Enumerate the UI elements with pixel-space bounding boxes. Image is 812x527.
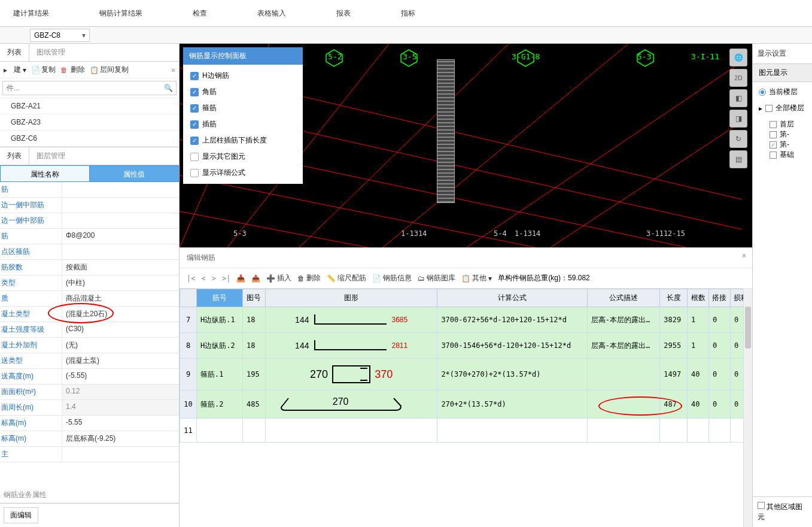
checkbox[interactable]: ✓ (770, 141, 777, 149)
shape-cell[interactable]: 270 (265, 390, 437, 419)
nav-first[interactable]: |< (187, 274, 195, 283)
menu-build-result[interactable]: 建计算结果 (6, 5, 56, 22)
prop-value[interactable]: (中柱) (62, 275, 179, 290)
layer-copy-button[interactable]: 📋层间复制 (90, 65, 129, 75)
view-list-icon[interactable]: ▤ (729, 150, 747, 168)
other-button[interactable]: 📋其他 ▾ (461, 273, 492, 283)
col-header[interactable]: 根数 (688, 289, 709, 307)
col-header[interactable]: 长度 (660, 289, 688, 307)
formula-desc[interactable]: 层高-本层的露出… (587, 307, 660, 333)
lap[interactable]: 0 (709, 333, 731, 359)
length[interactable]: 3829 (660, 307, 688, 333)
checkbox[interactable] (770, 131, 777, 138)
close-icon[interactable]: × (742, 252, 746, 260)
scrollbar[interactable] (743, 289, 752, 527)
prop-value[interactable]: (混凝土泵) (62, 353, 179, 368)
delete-button[interactable]: 🗑删除 (60, 65, 85, 75)
view-2d-button[interactable]: 2D (729, 69, 747, 87)
count[interactable]: 40 (688, 390, 709, 419)
list-item[interactable]: GBZ-A23 (0, 114, 179, 131)
prop-value[interactable] (62, 198, 179, 213)
prop-value[interactable]: -5.55 (62, 416, 179, 431)
insert-button[interactable]: ➕插入 (266, 273, 291, 283)
search-input[interactable] (2, 81, 177, 95)
length[interactable]: 2955 (660, 333, 688, 359)
checkbox[interactable]: ✓ (190, 88, 199, 96)
col-header[interactable]: 搭接 (709, 289, 731, 307)
count[interactable]: 40 (688, 359, 709, 390)
prop-value[interactable]: 1.4 (62, 400, 179, 415)
fig-no[interactable]: 195 (243, 359, 266, 390)
view-cube2-icon[interactable]: ◨ (729, 110, 747, 128)
length[interactable]: 487 (660, 390, 688, 419)
col-header[interactable]: 图号 (243, 289, 266, 307)
col-header[interactable]: 公式描述 (587, 289, 660, 307)
col-header[interactable]: 筋号 (197, 289, 243, 307)
checkbox[interactable]: ✓ (190, 120, 199, 129)
shape-cell[interactable]: 270370 (265, 359, 437, 390)
lap[interactable]: 0 (709, 307, 731, 333)
view-rotate-icon[interactable]: ↻ (729, 130, 747, 148)
menu-rebar-result[interactable]: 钢筋计算结果 (92, 5, 150, 22)
fig-no[interactable]: 485 (243, 390, 266, 419)
checkbox[interactable]: ✓ (190, 104, 199, 113)
formula[interactable]: 270+2*(13.57*d) (437, 390, 587, 419)
length[interactable]: 1497 (660, 359, 688, 390)
col-header[interactable]: 图形 (265, 289, 437, 307)
search-icon[interactable]: 🔍 (164, 84, 173, 92)
tab-prop-list[interactable]: 列表 (0, 147, 29, 165)
count[interactable]: 1 (688, 307, 709, 333)
menu-table-input[interactable]: 表格输入 (250, 5, 293, 22)
formula-desc[interactable] (587, 390, 660, 419)
view-cube-icon[interactable]: ◧ (729, 89, 747, 107)
rebar-info-button[interactable]: 📄钢筋信息 (372, 273, 412, 283)
checkbox[interactable]: ✓ (190, 153, 199, 161)
formula-desc[interactable] (587, 359, 660, 390)
prop-value[interactable] (62, 182, 179, 197)
view-globe-icon[interactable]: 🌐 (729, 49, 747, 66)
delete-button[interactable]: 🗑删除 (297, 273, 321, 283)
list-item[interactable]: GBZ-A21 (0, 98, 179, 114)
checkbox[interactable]: ✓ (190, 169, 199, 177)
rebar-name[interactable]: H边纵筋.1 (197, 307, 243, 333)
nav-prev[interactable]: < (201, 274, 205, 283)
checkbox[interactable] (770, 121, 777, 128)
menu-check[interactable]: 检查 (185, 5, 214, 22)
prop-value[interactable]: 按截面 (62, 260, 179, 275)
menu-index[interactable]: 指标 (394, 5, 422, 22)
formula[interactable]: 3700-672+56*d-120+120-15+12*d (437, 307, 587, 333)
prop-value[interactable]: (-5.55) (62, 369, 179, 384)
radio-current-floor[interactable]: 当前楼层 (759, 87, 806, 97)
list-item[interactable]: GBZ-C6 (0, 131, 179, 147)
fig-no[interactable]: 18 (243, 307, 266, 333)
prop-value[interactable]: (C30) (62, 322, 179, 337)
copy-button[interactable]: 📄复制 (31, 65, 56, 75)
fig-no[interactable]: 18 (243, 333, 266, 359)
tri-icon[interactable]: ▸ (759, 104, 762, 113)
checkbox-all-floors[interactable] (765, 105, 773, 112)
viewport-3d[interactable]: 5-2 3-5 3-G1-8 5-3 3-I-11 5-3 1-1314 5-4… (180, 44, 752, 247)
prop-value[interactable] (62, 244, 179, 259)
formula[interactable]: 3700-1546+56*d-120+120-15+12*d (437, 333, 587, 359)
prop-value[interactable]: 层底标高(-9.25) (62, 431, 179, 446)
rebar-name[interactable]: 箍筋.1 (197, 359, 243, 390)
rebar-name[interactable]: 箍筋.2 (197, 390, 243, 419)
toolbar-more[interactable]: » (171, 66, 175, 74)
shape-cell[interactable]: 1442811 (265, 333, 437, 359)
tab-layer-mgmt[interactable]: 图层管理 (29, 147, 72, 165)
menu-report[interactable]: 报表 (329, 5, 358, 22)
tab-list[interactable]: 列表 (0, 44, 29, 61)
count[interactable]: 1 (688, 333, 709, 359)
prop-value[interactable]: Φ8@200 (62, 229, 179, 244)
col-header[interactable]: 计算公式 (437, 289, 587, 307)
formula[interactable]: 2*(370+270)+2*(13.57*d) (437, 359, 587, 390)
prop-value[interactable]: (无) (62, 338, 179, 353)
import-icon[interactable]: 📥 (236, 274, 245, 283)
new-button[interactable]: ▸建 ▾ (4, 65, 26, 75)
lap[interactable]: 0 (709, 359, 731, 390)
checkbox[interactable]: ✓ (190, 137, 199, 145)
rebar-name[interactable]: H边纵筋.2 (197, 333, 243, 359)
element-display-tab[interactable]: 图元显示 (753, 64, 812, 82)
nav-next[interactable]: > (212, 274, 216, 283)
shape-cell[interactable]: 1443685 (265, 307, 437, 333)
